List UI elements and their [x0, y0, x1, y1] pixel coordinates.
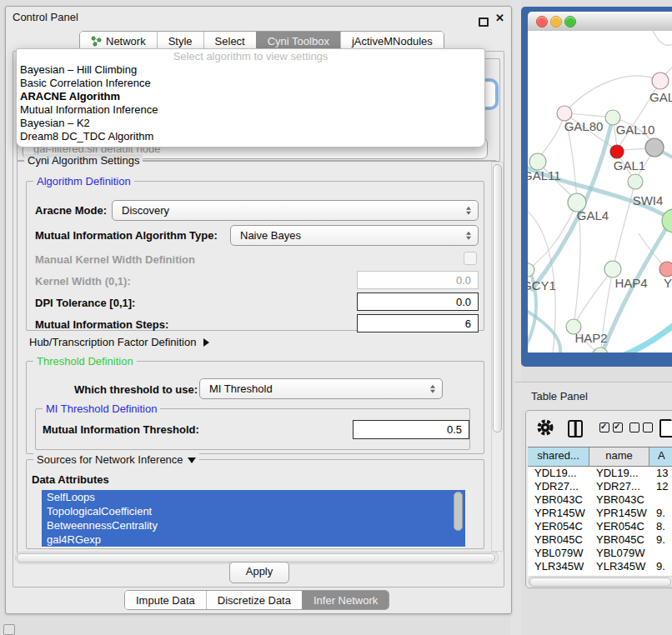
algorithm-option[interactable]: Basic Correlation Inference [17, 77, 484, 90]
new-table-icon[interactable] [659, 419, 672, 438]
table-hscroll-thumb[interactable] [529, 578, 671, 587]
control-panel-window: Control Panel ✕ NetworkStyleSelectCyni T… [5, 6, 512, 614]
data-attributes-list[interactable]: SelfLoopsTopologicalCoefficientBetweenne… [42, 490, 465, 548]
list-scrollbar-thumb[interactable] [454, 492, 463, 531]
table-row[interactable]: YBL079WYBL079W [528, 547, 672, 560]
network-canvas[interactable]: GAL8GAL80GAL10GAL1GAL11GAL4SWI4GCY1HAP4Y… [528, 31, 672, 352]
node-label-y: Y [664, 276, 672, 290]
table-row[interactable]: YDL19...YDL19...13 [528, 467, 672, 480]
network-edge[interactable] [564, 76, 660, 113]
manual-kernel-label: Manual Kernel Width Definition [35, 253, 195, 266]
settings-vertical-scrollbar[interactable] [491, 162, 504, 552]
column-header-a[interactable]: A [649, 448, 672, 466]
cyni-algorithm-settings-group: Cyni Algorithm Settings Algorithm Defini… [17, 160, 497, 553]
manual-kernel-checkbox[interactable] [464, 252, 477, 265]
table-row[interactable]: YDR27...YDR27...12 [528, 480, 672, 493]
table-horizontal-scrollbar[interactable] [528, 576, 672, 587]
tab-jactivemnodules[interactable]: jActiveMNodules [340, 32, 444, 50]
table-cell: YIL052C [528, 573, 589, 575]
aracne-mode-combo[interactable]: Discovery [112, 200, 479, 221]
network-node[interactable] [645, 138, 664, 157]
tab-discretize-data[interactable]: Discretize Data [206, 591, 302, 609]
algorithm-option[interactable]: ARACNE Algorithm [17, 90, 484, 103]
algorithm-option[interactable]: Dream8 DC_TDC Algorithm [17, 130, 484, 143]
table-cell: YBR045C [528, 533, 589, 547]
table-row[interactable]: YBR045CYBR045C9. [528, 533, 672, 547]
network-node[interactable] [610, 145, 624, 158]
table-cell: YLR345W [589, 560, 649, 573]
aracne-mode-label: Aracne Mode: [35, 204, 107, 217]
tab-style[interactable]: Style [157, 32, 203, 50]
mi-threshold-field[interactable]: 0.5 [353, 420, 469, 439]
network-edge[interactable] [577, 269, 613, 321]
deselect-all-checks-icon[interactable] [629, 422, 653, 432]
table-row[interactable]: YBR043CYBR043C [528, 493, 672, 507]
table-cell: 9. [649, 573, 672, 575]
hub-definition-toggle[interactable]: Hub/Transcription Factor Definition [29, 336, 209, 348]
tab-infer-network[interactable]: Infer Network [302, 591, 389, 609]
minimize-traffic-light-icon[interactable] [550, 16, 562, 28]
network-node[interactable] [529, 153, 546, 170]
apply-button[interactable]: Apply [229, 562, 289, 583]
attribute-item[interactable]: TopologicalCoefficient [42, 504, 465, 518]
table-row[interactable]: YLR345WYLR345W9. [528, 560, 672, 573]
network-node[interactable] [652, 72, 669, 89]
algorithm-option[interactable]: Bayesian – K2 [17, 117, 484, 130]
bottom-tabs: Impute DataDiscretize DataInfer Network [124, 590, 389, 610]
float-window-icon[interactable] [479, 18, 489, 27]
dpi-tolerance-field[interactable]: 0.0 [357, 292, 479, 311]
table-row[interactable]: YPR145WYPR145W9. [528, 507, 672, 520]
chevron-right-icon [203, 338, 209, 347]
attribute-item[interactable]: gal4RGexp [42, 532, 465, 547]
threshold-definition-group: Threshold Definition Which threshold to … [26, 361, 484, 454]
column-header-shared-[interactable]: shared... [528, 448, 589, 466]
network-node[interactable] [604, 261, 621, 278]
node-label-hap2: HAP2 [574, 331, 607, 345]
app-root: Control Panel ✕ NetworkStyleSelectCyni T… [0, 0, 672, 635]
algorithm-definition-title: Algorithm Definition [33, 175, 134, 188]
network-svg: GAL8GAL80GAL10GAL1GAL11GAL4SWI4GCY1HAP4Y… [528, 31, 672, 352]
collapsed-panel-icon[interactable] [3, 624, 15, 635]
algorithm-option[interactable]: Bayesian – Hill Climbing [17, 63, 484, 77]
close-traffic-light-icon[interactable] [536, 16, 548, 28]
zoom-traffic-light-icon[interactable] [564, 16, 576, 28]
tab-cyni-toolbox[interactable]: Cyni Toolbox [256, 32, 340, 50]
columns-icon[interactable] [568, 420, 583, 438]
settings-vscroll-thumb[interactable] [493, 164, 502, 432]
column-header-name[interactable]: name [589, 448, 649, 466]
table-cell: YBL079W [589, 547, 649, 560]
network-node[interactable] [628, 174, 643, 189]
mi-threshold-label: Mutual Information Threshold: [43, 423, 199, 436]
tab-label: Select [215, 35, 245, 48]
gear-icon[interactable] [536, 418, 554, 437]
network-edge[interactable] [651, 31, 672, 45]
kernel-width-field[interactable]: 0.0 [357, 271, 479, 289]
tab-impute-data[interactable]: Impute Data [125, 591, 206, 609]
which-threshold-combo[interactable]: MI Threshold [199, 378, 443, 399]
select-all-checks-icon[interactable] [599, 422, 623, 432]
table-row[interactable]: YER054CYER054C8. [528, 520, 672, 533]
mi-steps-field[interactable]: 6 [357, 314, 479, 332]
table-cell: 13 [649, 467, 672, 480]
tab-label: Cyni Toolbox [268, 35, 329, 48]
tab-select[interactable]: Select [203, 32, 256, 50]
network-window-titlebar[interactable] [528, 12, 672, 32]
which-threshold-value: MI Threshold [209, 382, 273, 395]
tab-network[interactable]: Network [80, 32, 157, 50]
node-label-gal8: GAL8 [649, 90, 672, 104]
close-icon[interactable]: ✕ [495, 12, 504, 24]
sources-title[interactable]: Sources for Network Inference [33, 453, 199, 466]
algorithm-popup: Select algorithm to view settings Bayesi… [16, 48, 485, 148]
algorithm-option[interactable]: Mutual Information Inference [17, 103, 484, 117]
aracne-mode-value: Discovery [122, 204, 169, 217]
table-cell: YER054C [589, 520, 649, 533]
table-row[interactable]: YIL052CYIL052C9. [528, 573, 672, 575]
attribute-item[interactable]: BetweennessCentrality [42, 518, 465, 532]
network-window[interactable]: GAL8GAL80GAL10GAL1GAL11GAL4SWI4GCY1HAP4Y… [521, 7, 672, 367]
network-node[interactable] [659, 262, 672, 277]
table-cell [649, 547, 672, 560]
network-edge[interactable] [618, 319, 672, 352]
attribute-item[interactable]: SelfLoops [42, 490, 465, 504]
tab-label: jActiveMNodules [352, 35, 433, 48]
mi-type-combo[interactable]: Naive Bayes [230, 225, 479, 246]
